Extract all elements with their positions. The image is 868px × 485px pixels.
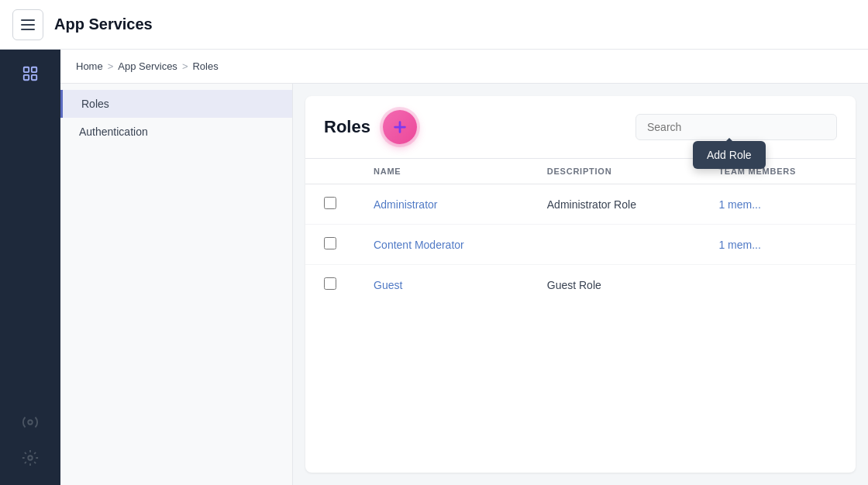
row-team-cell[interactable] [700,265,856,305]
roles-toolbar: Roles Add Role [305,96,856,159]
table-row: Content Moderator 1 mem... [305,225,856,265]
row-checkbox-guest[interactable] [324,277,336,290]
svg-rect-2 [24,75,29,80]
svg-point-5 [28,456,33,460]
roles-title: Roles [324,117,370,137]
nav-menu: Roles Authentication [60,84,292,152]
role-name-link-guest[interactable]: Guest [374,279,402,291]
top-header: App Services [0,0,868,50]
row-checkbox-cell [305,225,355,265]
roles-table: NAME DESCRIPTION TEAM MEMBERS [305,159,856,304]
table-header-row: NAME DESCRIPTION TEAM MEMBERS [305,159,856,184]
svg-rect-0 [24,67,29,72]
left-nav-panel: Roles Authentication [60,84,293,485]
breadcrumb-sep1: > [108,60,114,72]
row-checkbox-content-moderator[interactable] [324,237,336,249]
row-team-cell[interactable]: 1 mem... [700,184,856,225]
role-name-link-administrator[interactable]: Administrator [374,198,437,211]
plus-icon [391,119,408,136]
row-checkbox-cell [305,184,355,225]
sidebar-item-other2[interactable] [0,440,60,476]
menu-bar-1 [21,19,35,21]
main-layout: Home > App Services > Roles Roles Authen… [0,50,868,485]
svg-rect-1 [32,67,36,72]
search-input[interactable] [636,114,837,140]
svg-rect-3 [32,75,36,80]
menu-bar-2 [21,24,35,26]
col-header-description: DESCRIPTION [529,159,701,184]
services-icon [22,414,39,431]
add-role-button[interactable] [383,110,417,144]
breadcrumb-home[interactable]: Home [76,60,103,72]
col-header-name: NAME [355,159,529,184]
row-desc-cell [529,225,701,265]
row-checkbox-administrator[interactable] [324,197,336,209]
roles-title-group: Roles [324,110,417,144]
menu-bar-3 [21,29,35,30]
dark-sidebar [0,50,60,485]
sidebar-item-other1[interactable] [0,404,60,440]
breadcrumb-current: Roles [192,60,218,72]
svg-point-4 [28,420,33,425]
add-role-tooltip: Add Role [693,141,766,169]
table-row: Guest Guest Role [305,265,856,305]
row-desc-cell: Guest Role [529,265,701,305]
content-area: Roles Add Role [293,84,868,485]
breadcrumb-app-services[interactable]: App Services [118,60,177,72]
breadcrumb-sep2: > [182,60,188,72]
row-desc-cell: Administrator Role [529,184,701,225]
breadcrumb: Home > App Services > Roles [60,50,868,84]
menu-toggle-button[interactable] [12,9,43,40]
row-name-cell: Administrator [355,184,529,225]
app-services-icon [22,65,39,82]
nav-item-roles[interactable]: Roles [60,90,292,118]
settings-icon [22,449,39,466]
table-row: Administrator Administrator Role 1 mem..… [305,184,856,225]
row-checkbox-cell [305,265,355,305]
row-team-cell[interactable]: 1 mem... [700,225,856,265]
row-name-cell: Content Moderator [355,225,529,265]
sidebar-item-app-services[interactable] [0,56,60,91]
roles-panel: Roles Add Role [305,96,856,473]
role-name-link-content-moderator[interactable]: Content Moderator [374,239,464,251]
row-name-cell: Guest [355,265,529,305]
nav-item-authentication[interactable]: Authentication [60,118,292,146]
app-title: App Services [54,15,153,33]
col-header-checkbox [305,159,355,184]
